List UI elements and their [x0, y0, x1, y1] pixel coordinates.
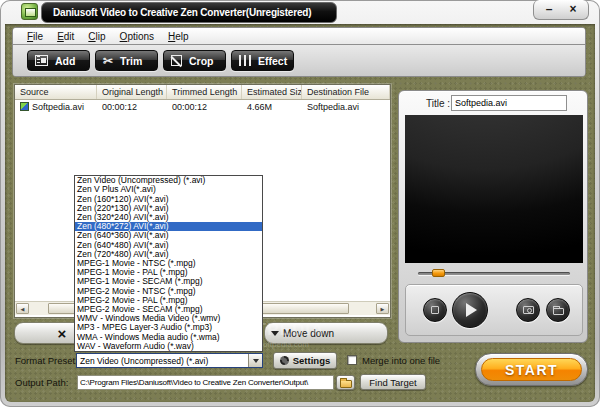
preset-dropdown-list: Zen Video (Uncompressed) (*.avi) Zen V P…: [74, 175, 263, 352]
merge-checkbox[interactable]: [347, 355, 357, 365]
browse-folder-button[interactable]: [336, 375, 355, 390]
merge-label: Merge into one file: [362, 355, 440, 366]
column-trimmed-length[interactable]: Trimmed Length: [167, 85, 242, 99]
settings-button[interactable]: Settings: [273, 352, 337, 369]
arrow-down-icon: [271, 331, 279, 336]
dropdown-option[interactable]: MPEG-1 Movie - SECAM (*.mpg): [75, 277, 262, 286]
browse-folder-icon: [340, 380, 352, 388]
title-label: Title :: [426, 98, 450, 109]
camera-icon: [523, 306, 534, 314]
row-estimated-size: 4.66M: [242, 102, 302, 112]
column-destination-file[interactable]: Destination File: [302, 85, 390, 99]
row-trimmed-length: 00:00:12: [167, 102, 242, 112]
app-icon: [21, 3, 38, 20]
stop-button[interactable]: [423, 298, 447, 322]
folder-icon: [553, 308, 564, 315]
dropdown-option[interactable]: Zen (220*130) AVI(*.avi): [75, 204, 262, 213]
player-controls: [405, 284, 583, 336]
dropdown-option[interactable]: WMA - Windows Media audio (*.wma): [75, 332, 262, 341]
dropdown-option[interactable]: Zen (160*120) AVI(*.avi): [75, 194, 262, 203]
crop-icon: [171, 55, 182, 66]
file-list-header: Source Original Length Trimmed Length Es…: [15, 85, 390, 100]
add-button[interactable]: Add: [27, 50, 90, 71]
format-preset-value: Zen Video (Uncompressed) (*.avi): [77, 356, 248, 366]
dropdown-option[interactable]: WAV - Waveform Audio (*.wav): [75, 342, 262, 351]
dropdown-option[interactable]: Zen (720*480) AVI(*.avi): [75, 250, 262, 259]
video-screen: [405, 115, 583, 263]
dropdown-option[interactable]: MPEG-1 Movie - NTSC (*.mpg): [75, 259, 262, 268]
dropdown-option[interactable]: Zen (640*480) AVI(*.avi): [75, 240, 262, 249]
scissors-icon: ✂: [103, 55, 113, 67]
snapshot-button[interactable]: [516, 298, 540, 322]
close-button[interactable]: ×: [564, 2, 582, 18]
open-file-button[interactable]: [546, 298, 570, 322]
row-original-length: 00:00:12: [97, 102, 167, 112]
window-frame: Daniusoft Video to Creative Zen Converte…: [0, 0, 600, 407]
dropdown-option[interactable]: MPEG-2 Movie - SECAM (*.mpg): [75, 305, 262, 314]
find-target-button[interactable]: Find Target: [360, 374, 426, 390]
play-button[interactable]: [452, 292, 488, 328]
top-panel: File Edit Clip Options Help Add ✂ Trim: [12, 27, 586, 77]
output-path-input[interactable]: [77, 375, 334, 390]
dropdown-option[interactable]: Zen (320*240) AVI(*.avi): [75, 213, 262, 222]
menubar: File Edit Clip Options Help: [13, 28, 585, 45]
format-preset-combobox[interactable]: Zen Video (Uncompressed) (*.avi): [76, 353, 263, 368]
dropdown-option[interactable]: MPEG-1 Movie - PAL (*.mpg): [75, 268, 262, 277]
combobox-dropdown-button[interactable]: [248, 354, 262, 367]
start-button[interactable]: START: [481, 358, 582, 381]
trim-button[interactable]: ✂ Trim: [95, 50, 158, 71]
format-preset-label: Format Preset:: [15, 355, 78, 366]
minimize-button[interactable]: –: [540, 2, 558, 18]
play-icon: [466, 303, 477, 317]
equalizer-icon: [239, 55, 251, 66]
application-window: Daniusoft Video to Creative Zen Converte…: [0, 0, 600, 407]
titlebar: Daniusoft Video to Creative Zen Converte…: [0, 0, 600, 24]
window-title: Daniusoft Video to Creative Zen Converte…: [41, 2, 337, 23]
crop-button[interactable]: Crop: [163, 50, 226, 71]
row-destination: Softpedia.avi: [302, 102, 390, 112]
column-original-length[interactable]: Original Length: [97, 85, 167, 99]
video-file-icon: [20, 102, 29, 111]
menu-edit[interactable]: Edit: [57, 31, 74, 42]
dropdown-option[interactable]: Zen (640*360) AVI(*.avi): [75, 231, 262, 240]
menu-clip[interactable]: Clip: [88, 31, 105, 42]
column-source[interactable]: Source: [15, 85, 97, 99]
stop-icon: [431, 306, 439, 314]
table-row[interactable]: Softpedia.avi 00:00:12 00:00:12 4.66M So…: [15, 100, 390, 113]
scroll-right-icon[interactable]: ▶: [376, 303, 389, 314]
window-controls: – ×: [533, 0, 589, 20]
menu-options[interactable]: Options: [120, 31, 154, 42]
window-body: File Edit Clip Options Help Add ✂ Trim: [5, 24, 595, 402]
preview-panel: Title :: [398, 90, 588, 343]
seek-slider-handle[interactable]: [432, 269, 445, 277]
film-add-icon: [35, 55, 48, 66]
column-estimated-size[interactable]: Estimated Size: [242, 85, 302, 99]
dropdown-option[interactable]: MP3 - MPEG Layer-3 Audio (*.mp3): [75, 323, 262, 332]
row-source: Softpedia.avi: [32, 102, 84, 112]
effect-button[interactable]: Effect: [231, 50, 294, 71]
start-button-bezel: START: [475, 353, 588, 386]
dropdown-option[interactable]: WMV - Windows Media Video (*.wmv): [75, 314, 262, 323]
toolbar: Add ✂ Trim Crop Effect: [13, 45, 585, 77]
scroll-left-icon[interactable]: ◀: [16, 303, 29, 314]
dropdown-option[interactable]: Zen V Plus AVI(*.avi): [75, 185, 262, 194]
output-path-label: Output Path:: [15, 377, 68, 388]
move-down-button[interactable]: Move down: [264, 322, 388, 344]
menu-help[interactable]: Help: [168, 31, 189, 42]
dropdown-option[interactable]: MPEG-2 Movie - PAL (*.mpg): [75, 296, 262, 305]
gear-icon: [280, 356, 289, 365]
dropdown-option[interactable]: Zen Video (Uncompressed) (*.avi): [75, 176, 262, 185]
menu-file[interactable]: File: [27, 31, 43, 42]
dropdown-option-selected[interactable]: Zen (480*272) AVI(*.avi): [75, 222, 262, 231]
title-input[interactable]: [451, 95, 567, 111]
dropdown-option[interactable]: MPEG-2 Movie - NTSC (*.mpg): [75, 286, 262, 295]
chevron-down-icon: [253, 359, 259, 363]
